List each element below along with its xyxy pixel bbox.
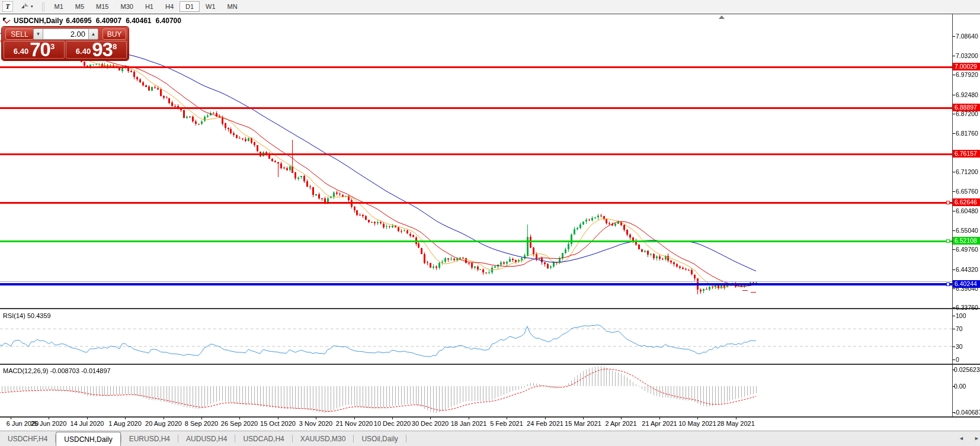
rsi-tick-label: 100 [956,312,966,319]
ohlc-low: 6.40461 [126,17,151,25]
date-axis-label: 15 Mar 2021 [562,420,604,427]
price-tick-label: 6.81760 [956,130,978,137]
date-axis-label: 28 May 2021 [715,420,757,427]
date-axis-label: 26 Sep 2020 [218,420,261,427]
buy-price-small: 6.40 [76,47,91,56]
price-tick-label: 6.60480 [956,207,978,214]
tab-eurusd-h4[interactable]: EURUSD,H4 [121,431,178,446]
price-level-label: 6.52108 [953,237,980,245]
timeframe-button-m30[interactable]: M30 [114,1,139,12]
price-level-label: 6.62646 [953,198,980,206]
price-tick-label: 6.44320 [956,266,978,273]
buy-price-big: 93 [92,41,113,58]
tab-scroll-left-icon[interactable]: ◄ [959,435,964,441]
date-axis-label: 20 Aug 2020 [142,420,185,427]
date-axis-label: 2 Apr 2021 [600,420,642,427]
chart-title: USDCNH,Daily 6.40695 6.40907 6.40461 6.4… [3,17,181,25]
tab-usdcnh-daily[interactable]: USDCNH,Daily [56,432,120,446]
ohlc-open: 6.40695 [66,17,91,25]
rsi-indicator-label: RSI(14) 50.4359 [3,312,51,319]
price-tick-label: 6.55040 [956,227,978,234]
price-tick-label: 6.92480 [956,91,978,98]
sell-price-sup: 3 [50,42,55,51]
timeframe-button-m15[interactable]: M15 [90,1,114,12]
timeframe-button-m5[interactable]: M5 [69,1,90,12]
tab-audusd-h4[interactable]: AUDUSD,H4 [178,431,235,446]
chart-ohlc: 6.40695 6.40907 6.40461 6.40700 [66,17,181,25]
timeframe-button-w1[interactable]: W1 [200,1,222,12]
top-toolbar: T ▾ M1M5M15M30H1H4D1W1MN [0,0,980,13]
price-tick-label: 6.49760 [956,246,978,253]
date-axis-label: 15 Oct 2020 [257,420,299,427]
tab-usdcad-h4[interactable]: USDCAD,H4 [235,431,292,446]
buy-price-sup: 8 [113,42,117,51]
date-axis-label: 30 Dec 2020 [409,420,451,427]
date-axis-label: 5 Feb 2021 [485,420,528,427]
macd-tick-label: -0.040687 [954,409,980,416]
tab-usoil-daily[interactable]: USOil,Daily [354,431,405,446]
chart-canvas[interactable] [0,14,980,419]
arrows-tool-button[interactable]: ▾ [18,1,35,12]
price-tick-label: 7.03200 [956,52,978,59]
rsi-tick-label: 0 [956,356,959,363]
chart-symbol-icon [3,18,11,24]
chart-symbol-label: USDCNH,Daily [14,17,63,25]
one-click-trade-panel: SELL ▼ ▲ BUY 6.40 70 3 6.40 93 8 [2,27,129,60]
timeframe-button-group: M1M5M15M30H1H4D1W1MN [49,1,244,12]
sell-price-small: 6.40 [14,47,28,56]
date-axis-label: 10 May 2021 [676,420,719,427]
timeframe-button-m1[interactable]: M1 [49,1,69,12]
macd-tick-label: 0.00 [954,383,966,390]
tab-separator [406,435,406,442]
timeframe-button-d1[interactable]: D1 [180,1,200,12]
buy-price[interactable]: 6.40 93 8 [66,41,127,59]
price-level-label: 7.00029 [953,63,980,70]
macd-indicator-label: MACD(12,26,9) -0.008703 -0.014897 [3,367,111,374]
arrows-icon [20,1,29,12]
macd-tick-label: 0.025623 [954,366,980,373]
date-axis-label: 24 Feb 2021 [524,420,566,427]
ohlc-close: 6.40700 [156,17,181,25]
text-tool-button[interactable]: T [2,1,13,12]
rsi-tick-label: 70 [956,325,963,332]
price-tick-label: 6.65760 [956,188,978,195]
date-axis-label: 18 Jan 2021 [447,420,490,427]
date-axis-label: 1 Aug 2020 [104,420,146,427]
tab-xauusd-m30[interactable]: XAUUSD,M30 [293,431,354,446]
sell-price-big: 70 [30,41,50,58]
date-axis-label: 25 Jun 2020 [27,420,70,427]
sell-price[interactable]: 6.40 70 3 [4,41,65,59]
date-axis-label: 3 Nov 2020 [294,420,337,427]
price-level-label: 6.76157 [953,150,980,158]
price-level-label: 6.88897 [953,104,980,111]
date-axis-label: 8 Sep 2020 [180,420,223,427]
timeframe-button-mn[interactable]: MN [222,1,244,12]
chevron-down-icon: ▾ [31,4,33,9]
tab-scroll-right-icon[interactable]: ► [974,435,979,441]
rsi-tick-label: 30 [956,343,963,350]
symbol-tab-bar: USDCHF,H4USDCNH,DailyEURUSD,H4AUDUSD,H4U… [0,431,980,446]
timeframe-button-h4[interactable]: H4 [159,1,180,12]
price-level-label: 6.40244 [953,280,980,288]
price-tick-label: 6.97920 [956,71,978,78]
date-axis-label: 21 Apr 2021 [638,420,681,427]
timeframe-button-h1[interactable]: H1 [139,1,159,12]
ohlc-high: 6.40907 [96,17,121,25]
price-tick-label: 6.71200 [956,168,978,175]
tab-usdchf-h4[interactable]: USDCHF,H4 [0,431,55,446]
toolbar-grip[interactable] [42,2,44,11]
date-axis-label: 21 Nov 2020 [333,420,376,427]
date-axis-label: 10 Dec 2020 [371,420,414,427]
mt4-window: { "toolbar": { "text_tool_label": "T", "… [0,0,980,446]
price-tick-label: 6.33760 [956,304,978,311]
date-axis-label: 14 Jul 2020 [66,420,108,427]
price-tick-label: 7.08640 [956,33,978,40]
